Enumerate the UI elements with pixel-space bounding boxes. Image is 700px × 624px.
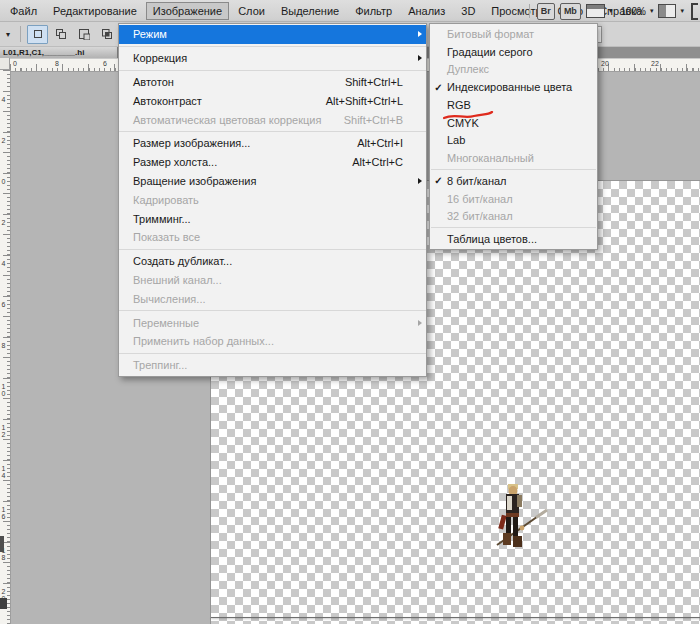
tool-preset-dropdown-icon[interactable]: ▾ (6, 30, 10, 39)
menu-item-label: CMYK (447, 117, 479, 129)
menu-item-label: Дуплекс (447, 63, 489, 75)
menu-item-label: Многоканальный (447, 152, 534, 164)
menubar-item-analysis[interactable]: Анализ (401, 2, 452, 20)
menubar-item-file[interactable]: Файл (3, 2, 44, 20)
menubar-item-filter[interactable]: Фильтр (348, 2, 399, 20)
menu-item-label: Размер изображения... (133, 137, 250, 149)
menu-item-mode[interactable]: Режим (119, 25, 426, 44)
menu-item-label: Таблица цветов... (447, 233, 537, 245)
menu-bar: ФайлРедактированиеИзображениеСлоиВыделен… (0, 0, 700, 22)
menu-item-label: Вычисления... (133, 293, 206, 305)
menu-item-shortcut: Alt+Ctrl+C (352, 156, 413, 168)
menu-separator (119, 249, 426, 250)
photoshop-window: 0862022 4202468101214161820 L01,R1,C1,__… (0, 0, 700, 624)
menu-item-cmyk[interactable]: CMYK (430, 114, 597, 132)
screen-mode-icon[interactable] (658, 4, 676, 18)
ruler-label: 22 (651, 60, 659, 67)
zoom-level[interactable]: 100% (620, 6, 646, 17)
new-selection-button[interactable] (27, 25, 48, 44)
menu-item-label: Битовый формат (447, 28, 534, 40)
menu-item-label: Индексированные цвета (447, 81, 572, 93)
menu-separator (119, 353, 426, 354)
menu-item-apply-data-set: Применить набор данных... (119, 332, 426, 351)
ruler-label: 0 (13, 60, 17, 67)
menu-item-8bit[interactable]: ✓8 бит/канал (430, 172, 597, 190)
character-sprite[interactable] (486, 479, 550, 555)
menu-item-label: Кадрировать (133, 194, 199, 206)
menu-item-rgb[interactable]: RGB (430, 96, 597, 114)
subtract-from-selection-button[interactable] (73, 25, 94, 44)
intersect-with-selection-button[interactable] (96, 25, 117, 44)
ruler-label: 8 (0, 342, 7, 349)
menu-item-grayscale[interactable]: Градации серого (430, 43, 597, 61)
menu-item-trim[interactable]: Тримминг... (119, 209, 426, 228)
checkmark-icon: ✓ (430, 82, 447, 93)
menu-separator (119, 70, 426, 71)
ruler-label: 10 (0, 383, 7, 397)
add-to-selection-button[interactable] (50, 25, 71, 44)
document-tab[interactable]: L01,R1,C1,_______.hi (0, 47, 118, 58)
chevron-down-icon[interactable]: ▾ (650, 7, 654, 15)
divider (529, 4, 530, 18)
subtract-from-selection-icon (78, 28, 90, 40)
menubar-item-select[interactable]: Выделение (274, 2, 346, 20)
menu-item-label: Тримминг... (133, 213, 191, 225)
ruler-label: 14 (0, 465, 7, 479)
ruler-label: 12 (0, 424, 7, 438)
menubar-item-layers[interactable]: Слои (231, 2, 272, 20)
ruler-label: 6 (0, 301, 7, 308)
menu-item-label: Переменные (133, 317, 199, 329)
menu-item-label: 16 бит/канал (447, 193, 513, 205)
menu-item-shortcut: Shift+Ctrl+B (344, 114, 413, 126)
menu-item-adjustments[interactable]: Коррекция (119, 49, 426, 68)
menubar-item-3d[interactable]: 3D (454, 2, 482, 20)
canvas-bottom-edge (211, 617, 700, 618)
menu-item-label: Автоконтраст (133, 95, 202, 107)
menu-item-duotone: Дуплекс (430, 61, 597, 79)
menu-item-label: Треппинг... (133, 359, 187, 371)
menu-item-32bit: 32 бит/канал (430, 208, 597, 226)
mini-bridge-button[interactable]: Mb (560, 3, 581, 20)
menu-item-auto-tone[interactable]: АвтотонShift+Ctrl+L (119, 73, 426, 92)
ruler-label: 6 (103, 60, 107, 67)
menu-item-trap: Треппинг... (119, 356, 426, 375)
ruler-label: 0 (0, 178, 7, 185)
menu-item-color-table[interactable]: Таблица цветов... (430, 230, 597, 248)
menubar-item-image[interactable]: Изображение (146, 2, 229, 20)
menu-item-image-size[interactable]: Размер изображения...Alt+Ctrl+I (119, 134, 426, 153)
menu-item-shortcut: Alt+Shift+Ctrl+L (326, 95, 413, 107)
mode-submenu-dropdown: Битовый форматГрадации серогоДуплекс✓Инд… (429, 23, 598, 250)
menu-item-image-rotation[interactable]: Вращение изображения (119, 172, 426, 191)
ruler-label: 20 (601, 60, 609, 67)
menu-item-lab[interactable]: Lab (430, 132, 597, 150)
menubar-item-edit[interactable]: Редактирование (46, 2, 144, 20)
menu-bar-right-cluster: Br Mb ▾ 100% ▾ ▾ (527, 0, 698, 22)
panel-edge-notch (0, 598, 7, 609)
menu-separator (119, 310, 426, 311)
menu-item-label: Коррекция (133, 52, 187, 64)
image-menu-dropdown: РежимКоррекцияАвтотонShift+Ctrl+LАвтокон… (118, 23, 427, 377)
ruler-label: 4 (0, 260, 7, 267)
checkmark-icon: ✓ (430, 175, 447, 186)
bridge-button[interactable]: Br (537, 3, 555, 20)
submenu-arrow-icon (413, 320, 423, 326)
arrange-documents-icon[interactable] (586, 4, 605, 18)
ruler-label: 2 (0, 219, 7, 226)
menu-separator (431, 169, 596, 170)
menu-item-indexed-color[interactable]: ✓Индексированные цвета (430, 78, 597, 96)
panel-edge-notch (0, 536, 4, 552)
ruler-label: 16 (0, 506, 7, 520)
menu-separator (119, 131, 426, 132)
menu-item-auto-contrast[interactable]: АвтоконтрастAlt+Shift+Ctrl+L (119, 91, 426, 110)
chevron-down-icon[interactable]: ▾ (609, 7, 613, 15)
submenu-arrow-icon (413, 178, 423, 184)
ruler-label: 8 (55, 60, 59, 67)
chevron-down-icon[interactable]: ▾ (680, 7, 684, 15)
menu-item-apply-image: Внешний канал... (119, 271, 426, 290)
menu-item-reveal-all: Показать все (119, 228, 426, 247)
menu-item-label: Градации серого (447, 46, 533, 58)
menu-item-canvas-size[interactable]: Размер холста...Alt+Ctrl+C (119, 153, 426, 172)
menu-item-duplicate[interactable]: Создать дубликат... (119, 252, 426, 271)
menu-item-bitmap: Битовый формат (430, 25, 597, 43)
menu-item-shortcut: Shift+Ctrl+L (345, 76, 413, 88)
